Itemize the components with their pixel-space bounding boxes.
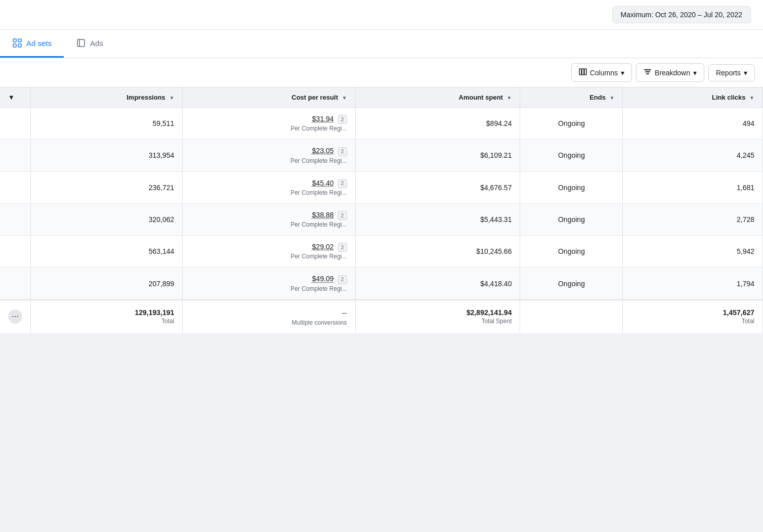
impressions-sort-icon: ▼ bbox=[169, 95, 174, 101]
top-bar: Maximum: Oct 26, 2020 – Jul 20, 2022 bbox=[0, 0, 763, 30]
cost-per-result-header[interactable]: Cost per result ▼ bbox=[183, 87, 355, 108]
impressions-header[interactable]: Impressions ▼ bbox=[31, 87, 183, 108]
tab-ads[interactable]: Ads bbox=[64, 30, 115, 58]
reports-label: Reports bbox=[716, 69, 741, 77]
cost-value: $23.05 bbox=[312, 147, 334, 155]
row-action-cell bbox=[0, 108, 31, 140]
cell-impressions: 236,721 bbox=[31, 171, 183, 203]
cell-amount-spent: $10,245.66 bbox=[355, 236, 520, 268]
amount-spent-header[interactable]: Amount spent ▼ bbox=[355, 87, 520, 108]
cost-value: $31.94 bbox=[312, 115, 334, 123]
ends-header[interactable]: Ends ▼ bbox=[520, 87, 623, 108]
cost-badge: 2 bbox=[338, 115, 347, 124]
cell-amount-spent: $4,418.40 bbox=[355, 268, 520, 300]
link-clicks-header[interactable]: Link clicks ▼ bbox=[623, 87, 763, 108]
cost-badge: 2 bbox=[338, 147, 347, 156]
row-action-cell bbox=[0, 203, 31, 235]
amount-spent-sort-icon: ▼ bbox=[507, 95, 512, 101]
cell-ends: Ongoing bbox=[520, 236, 623, 268]
tab-ad-sets-label: Ad sets bbox=[26, 39, 52, 48]
cell-impressions: 59,511 bbox=[31, 108, 183, 140]
cost-label: Per Complete Regi... bbox=[290, 157, 347, 164]
cost-value: $45.40 bbox=[312, 179, 334, 187]
reports-chevron-icon: ▾ bbox=[744, 69, 747, 77]
breakdown-label: Breakdown bbox=[655, 69, 690, 77]
breakdown-icon bbox=[644, 68, 652, 77]
breakdown-chevron-icon: ▾ bbox=[693, 69, 697, 77]
cell-impressions: 320,062 bbox=[31, 203, 183, 235]
svg-rect-3 bbox=[18, 44, 21, 47]
cost-label: Per Complete Regi... bbox=[290, 221, 347, 228]
columns-button[interactable]: Columns ▾ bbox=[571, 63, 632, 82]
footer-sort-cell: ··· bbox=[0, 300, 31, 333]
cell-cost-per-result: $49.09 2 Per Complete Regi... bbox=[183, 268, 355, 300]
svg-rect-8 bbox=[584, 69, 586, 75]
cost-badge: 2 bbox=[338, 211, 347, 220]
cell-amount-spent: $894.24 bbox=[355, 108, 520, 140]
table-row: 320,062 $38.88 2 Per Complete Regi... $5… bbox=[0, 203, 763, 235]
cell-ends: Ongoing bbox=[520, 171, 623, 203]
reports-button[interactable]: Reports ▾ bbox=[708, 64, 755, 81]
cell-cost-per-result: $38.88 2 Per Complete Regi... bbox=[183, 203, 355, 235]
ads-icon bbox=[76, 38, 86, 48]
row-action-cell bbox=[0, 268, 31, 300]
cell-ends: Ongoing bbox=[520, 108, 623, 140]
cell-amount-spent: $6,109.21 bbox=[355, 140, 520, 171]
cost-badge: 2 bbox=[338, 179, 347, 188]
svg-rect-0 bbox=[13, 39, 16, 42]
svg-rect-11 bbox=[646, 73, 649, 74]
row-action-cell bbox=[0, 171, 31, 203]
breakdown-button[interactable]: Breakdown ▾ bbox=[636, 63, 704, 82]
table-footer-row: ··· 129,193,191 Total – Multiple convers… bbox=[0, 300, 763, 333]
cell-ends: Ongoing bbox=[520, 268, 623, 300]
ends-sort-icon: ▼ bbox=[610, 95, 615, 101]
cost-value: $29.02 bbox=[312, 243, 334, 251]
tab-ads-label: Ads bbox=[90, 39, 103, 48]
cost-label: Per Complete Regi... bbox=[290, 253, 347, 260]
ellipsis-button[interactable]: ··· bbox=[8, 309, 22, 324]
footer-cost-per-result: – Multiple conversions bbox=[183, 300, 355, 333]
data-table: ▼ Impressions ▼ Cost per result ▼ Amount… bbox=[0, 87, 763, 333]
table-row: 236,721 $45.40 2 Per Complete Regi... $4… bbox=[0, 171, 763, 203]
cell-cost-per-result: $31.94 2 Per Complete Regi... bbox=[183, 108, 355, 140]
svg-rect-9 bbox=[644, 69, 651, 70]
cost-value: $38.88 bbox=[312, 211, 334, 219]
cost-label: Per Complete Regi... bbox=[290, 125, 347, 132]
cost-badge: 2 bbox=[338, 243, 347, 252]
cell-cost-per-result: $23.05 2 Per Complete Regi... bbox=[183, 140, 355, 171]
data-table-container: ▼ Impressions ▼ Cost per result ▼ Amount… bbox=[0, 87, 763, 333]
columns-chevron-icon: ▾ bbox=[621, 69, 624, 77]
table-body: 59,511 $31.94 2 Per Complete Regi... $89… bbox=[0, 108, 763, 300]
cell-link-clicks: 494 bbox=[623, 108, 763, 140]
cell-link-clicks: 1,681 bbox=[623, 171, 763, 203]
row-action-cell bbox=[0, 140, 31, 171]
svg-rect-1 bbox=[18, 39, 21, 42]
footer-ends bbox=[520, 300, 623, 333]
svg-rect-10 bbox=[645, 71, 650, 72]
date-range: Maximum: Oct 26, 2020 – Jul 20, 2022 bbox=[612, 6, 751, 23]
cell-ends: Ongoing bbox=[520, 140, 623, 171]
cost-label: Per Complete Regi... bbox=[290, 285, 347, 292]
tab-ad-sets[interactable]: Ad sets bbox=[0, 30, 64, 58]
toolbar: Columns ▾ Breakdown ▾ Reports ▾ bbox=[0, 58, 763, 87]
svg-rect-2 bbox=[13, 44, 16, 47]
sort-header: ▼ bbox=[0, 87, 31, 108]
footer-link-clicks: 1,457,627 Total bbox=[623, 300, 763, 333]
cell-cost-per-result: $45.40 2 Per Complete Regi... bbox=[183, 171, 355, 203]
columns-label: Columns bbox=[590, 69, 618, 77]
cell-link-clicks: 1,794 bbox=[623, 268, 763, 300]
link-clicks-sort-icon: ▼ bbox=[749, 95, 754, 101]
tabs-row: Ad sets Ads bbox=[0, 30, 763, 58]
svg-rect-7 bbox=[582, 69, 584, 75]
cell-impressions: 313,954 bbox=[31, 140, 183, 171]
table-header-row: ▼ Impressions ▼ Cost per result ▼ Amount… bbox=[0, 87, 763, 108]
cell-amount-spent: $4,676.57 bbox=[355, 171, 520, 203]
cell-amount-spent: $5,443.31 bbox=[355, 203, 520, 235]
cell-link-clicks: 5,942 bbox=[623, 236, 763, 268]
cell-link-clicks: 2,728 bbox=[623, 203, 763, 235]
cost-per-result-sort-icon: ▼ bbox=[342, 95, 347, 101]
cell-impressions: 207,899 bbox=[31, 268, 183, 300]
table-row: 207,899 $49.09 2 Per Complete Regi... $4… bbox=[0, 268, 763, 300]
row-action-cell bbox=[0, 236, 31, 268]
cell-impressions: 563,144 bbox=[31, 236, 183, 268]
